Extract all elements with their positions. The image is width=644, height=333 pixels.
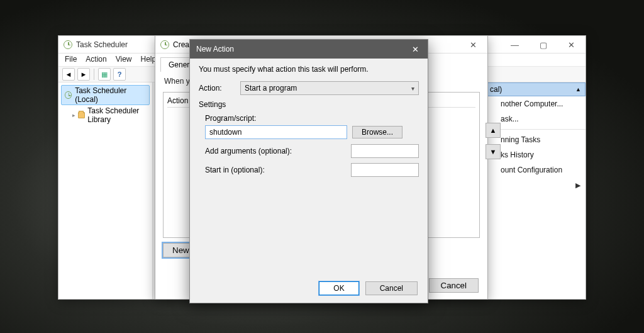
chevron-right-icon: ▶ bbox=[575, 181, 580, 189]
maximize-button[interactable]: ▢ bbox=[529, 36, 557, 54]
menu-file[interactable]: File bbox=[65, 55, 77, 65]
menu-help[interactable]: Help bbox=[141, 55, 157, 65]
close-button[interactable]: ✕ bbox=[402, 40, 428, 59]
action-config[interactable]: ount Configuration bbox=[486, 162, 586, 178]
new-action-titlebar[interactable]: New Action ✕ bbox=[190, 40, 428, 59]
program-label: Program/script: bbox=[205, 114, 419, 123]
action-connect[interactable]: nother Computer... bbox=[486, 96, 586, 111]
action-dropdown-value: Start a program bbox=[245, 84, 297, 93]
forward-button[interactable]: ► bbox=[77, 68, 90, 81]
tree-root[interactable]: Task Scheduler (Local) bbox=[61, 85, 150, 105]
actions-panel-header-text: cal) bbox=[490, 85, 502, 94]
action-create-basic-label: ask... bbox=[501, 115, 519, 123]
toolbar-separator bbox=[94, 69, 94, 80]
clock-icon bbox=[64, 40, 72, 49]
startin-label: Start in (optional): bbox=[205, 166, 265, 174]
action-config-label: ount Configuration bbox=[501, 166, 562, 174]
cancel-button[interactable]: Cancel bbox=[365, 281, 418, 295]
close-button[interactable]: ✕ bbox=[459, 36, 487, 54]
tree-root-label: Task Scheduler (Local) bbox=[75, 86, 147, 104]
clock-icon bbox=[160, 40, 169, 49]
actions-panel-header: cal) ▲ bbox=[486, 82, 586, 96]
menu-view[interactable]: View bbox=[116, 55, 132, 65]
move-down-button[interactable]: ▼ bbox=[486, 144, 501, 159]
ok-button[interactable]: OK bbox=[319, 281, 358, 295]
actions-panel: cal) ▲ nother Computer... ask... nning T… bbox=[485, 82, 586, 299]
action-connect-label: nother Computer... bbox=[501, 99, 563, 108]
menu-action[interactable]: Action bbox=[86, 55, 106, 65]
move-up-button[interactable]: ▲ bbox=[486, 123, 501, 138]
arguments-input[interactable] bbox=[351, 144, 419, 158]
close-button[interactable]: ✕ bbox=[557, 36, 586, 54]
minimize-button[interactable]: — bbox=[501, 36, 529, 54]
back-button[interactable]: ◄ bbox=[62, 68, 75, 81]
program-input[interactable] bbox=[205, 125, 347, 139]
action-history-label: ks History bbox=[501, 150, 534, 159]
collapse-icon[interactable]: ▲ bbox=[575, 86, 581, 93]
action-running-label: nning Tasks bbox=[501, 135, 540, 144]
folder-icon bbox=[78, 112, 85, 118]
browse-button[interactable]: Browse... bbox=[352, 126, 402, 138]
action-more[interactable]: ▶ bbox=[486, 178, 586, 188]
tree-library-label: Task Scheduler Library bbox=[87, 106, 147, 124]
tree-library[interactable]: ▸ Task Scheduler Library bbox=[61, 105, 150, 125]
new-action-dialog: New Action ✕ You must specify what actio… bbox=[189, 39, 428, 303]
settings-label: Settings bbox=[199, 100, 419, 109]
startin-input[interactable] bbox=[351, 163, 419, 177]
expand-icon[interactable]: ▸ bbox=[72, 112, 75, 118]
action-dropdown[interactable]: Start a program ▾ bbox=[240, 81, 419, 95]
action-label: Action: bbox=[199, 84, 234, 93]
clock-icon bbox=[65, 91, 72, 99]
create-task-cancel-button[interactable]: Cancel bbox=[429, 278, 479, 293]
chevron-down-icon: ▾ bbox=[411, 85, 414, 92]
toolbar-help-icon[interactable]: ? bbox=[113, 68, 126, 81]
tree-panel: Task Scheduler (Local) ▸ Task Scheduler … bbox=[58, 82, 153, 299]
new-action-title: New Action bbox=[196, 45, 402, 54]
arguments-label: Add arguments (optional): bbox=[205, 147, 292, 155]
instruction-text: You must specify what action this task w… bbox=[199, 65, 419, 74]
toolbar-action-icon[interactable]: ▦ bbox=[98, 68, 111, 81]
